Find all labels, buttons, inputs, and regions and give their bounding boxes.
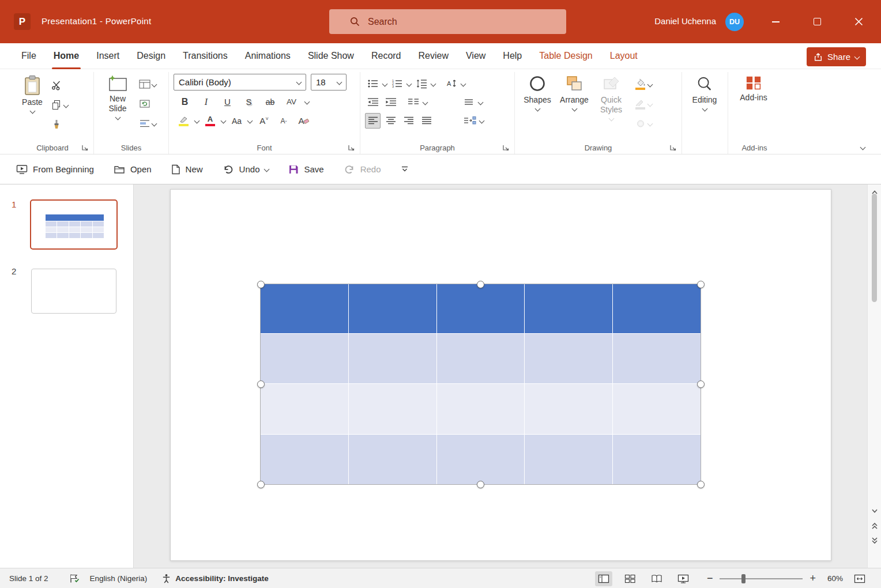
align-left-button[interactable] bbox=[365, 113, 381, 129]
table-body-cell[interactable] bbox=[349, 334, 436, 383]
arrange-button[interactable]: Arrange bbox=[555, 72, 593, 141]
table-body-cell[interactable] bbox=[525, 334, 612, 383]
chevron-down-icon[interactable] bbox=[194, 118, 200, 124]
shape-outline-button[interactable] bbox=[632, 96, 648, 112]
chevron-down-icon[interactable] bbox=[63, 102, 69, 108]
slide-sorter-view-button[interactable] bbox=[622, 571, 639, 586]
decrease-indent-button[interactable] bbox=[365, 95, 381, 110]
selection-handle[interactable] bbox=[257, 481, 265, 488]
table-body-cell[interactable] bbox=[261, 334, 348, 383]
new-button[interactable]: New bbox=[171, 164, 203, 175]
align-text-button[interactable] bbox=[461, 95, 476, 110]
chevron-down-icon[interactable] bbox=[647, 101, 653, 107]
tab-transitions[interactable]: Transitions bbox=[174, 43, 236, 69]
italic-button[interactable]: I bbox=[198, 94, 214, 110]
slide-table[interactable] bbox=[261, 284, 701, 484]
chevron-down-icon[interactable] bbox=[406, 81, 412, 86]
align-center-button[interactable] bbox=[383, 113, 398, 129]
zoom-in-button[interactable]: + bbox=[810, 572, 816, 585]
table-body-cell[interactable] bbox=[613, 384, 701, 434]
table-body-cell[interactable] bbox=[349, 435, 436, 484]
convert-to-smartart-button[interactable] bbox=[462, 113, 477, 129]
chevron-down-icon[interactable] bbox=[382, 81, 388, 86]
customize-qat-button[interactable] bbox=[401, 166, 409, 172]
language-status[interactable]: English (Nigeria) bbox=[90, 574, 148, 583]
reset-slide-button[interactable] bbox=[137, 96, 152, 112]
shape-fill-button[interactable] bbox=[632, 77, 648, 92]
zoom-slider-thumb[interactable] bbox=[741, 574, 746, 583]
character-spacing-button[interactable]: AV bbox=[284, 94, 299, 110]
align-right-button[interactable] bbox=[401, 113, 416, 129]
zoom-level[interactable]: 60% bbox=[827, 574, 843, 583]
zoom-out-button[interactable]: − bbox=[707, 572, 713, 585]
selection-handle[interactable] bbox=[477, 281, 484, 288]
vertical-scrollbar[interactable] bbox=[867, 184, 881, 568]
spell-check-icon[interactable] bbox=[69, 574, 80, 583]
shapes-button[interactable]: Shapes bbox=[519, 72, 555, 141]
chevron-down-icon[interactable] bbox=[221, 118, 227, 124]
selection-handle[interactable] bbox=[477, 481, 484, 488]
tab-view[interactable]: View bbox=[457, 43, 494, 69]
table-header-cell[interactable] bbox=[261, 284, 348, 333]
font-color-button[interactable]: A bbox=[202, 113, 218, 129]
clear-formatting-button[interactable]: A bbox=[295, 113, 313, 129]
copy-button[interactable] bbox=[48, 97, 64, 113]
table-body-cell[interactable] bbox=[261, 384, 348, 434]
underline-button[interactable]: U bbox=[220, 94, 235, 110]
tab-animations[interactable]: Animations bbox=[236, 43, 299, 69]
font-name-combo[interactable]: Calibri (Body) bbox=[174, 74, 306, 91]
tab-review[interactable]: Review bbox=[410, 43, 457, 69]
cut-button[interactable] bbox=[48, 78, 64, 93]
tab-design[interactable]: Design bbox=[128, 43, 174, 69]
fit-to-window-button[interactable] bbox=[851, 571, 868, 586]
chevron-down-icon[interactable] bbox=[479, 118, 485, 123]
table-header-cell[interactable] bbox=[349, 284, 436, 333]
zoom-slider[interactable] bbox=[720, 578, 803, 579]
search-box[interactable]: Search bbox=[329, 9, 566, 34]
chevron-down-icon[interactable] bbox=[647, 120, 653, 126]
chevron-down-icon[interactable] bbox=[431, 81, 436, 86]
editing-button[interactable]: Editing bbox=[687, 72, 722, 141]
chevron-down-icon[interactable] bbox=[423, 99, 428, 105]
line-spacing-button[interactable] bbox=[413, 76, 429, 92]
previous-slide-icon[interactable] bbox=[870, 521, 879, 530]
tab-table-design[interactable]: Table Design bbox=[530, 43, 601, 69]
selection-handle[interactable] bbox=[697, 481, 705, 488]
grow-font-button[interactable]: A˅ bbox=[255, 113, 273, 129]
highlight-color-button[interactable] bbox=[176, 113, 191, 129]
text-shadow-button[interactable]: S bbox=[241, 94, 257, 110]
bullets-button[interactable] bbox=[365, 76, 381, 92]
shrink-font-button[interactable]: Aˇ bbox=[276, 113, 291, 129]
account-name[interactable]: Daniel Uchenna bbox=[654, 16, 716, 26]
chevron-down-icon[interactable] bbox=[461, 81, 466, 86]
accessibility-status[interactable]: Accessibility: Investigate bbox=[175, 574, 268, 583]
chevron-down-icon[interactable] bbox=[152, 120, 157, 126]
tab-layout[interactable]: Layout bbox=[601, 43, 646, 69]
table-header-cell[interactable] bbox=[613, 284, 701, 333]
increase-indent-button[interactable] bbox=[383, 95, 398, 110]
tab-record[interactable]: Record bbox=[363, 43, 410, 69]
selection-handle[interactable] bbox=[257, 281, 265, 288]
font-size-combo[interactable]: 18 bbox=[311, 74, 347, 91]
strikethrough-button[interactable]: ab bbox=[262, 94, 278, 110]
paste-button[interactable]: Paste bbox=[16, 72, 48, 141]
table-header-cell[interactable] bbox=[525, 284, 612, 333]
save-button[interactable]: Save bbox=[288, 164, 323, 175]
chevron-down-icon[interactable] bbox=[304, 99, 310, 105]
paragraph-dialog-launcher[interactable] bbox=[502, 144, 510, 152]
quick-styles-button[interactable]: Quick Styles bbox=[593, 72, 629, 141]
table-body-cell[interactable] bbox=[437, 435, 525, 484]
tab-insert[interactable]: Insert bbox=[88, 43, 128, 69]
close-button[interactable] bbox=[845, 0, 872, 43]
slide-2-thumbnail[interactable] bbox=[31, 269, 116, 314]
selection-handle[interactable] bbox=[697, 281, 705, 288]
redo-button[interactable]: Redo bbox=[344, 164, 381, 175]
scroll-down-icon[interactable] bbox=[870, 506, 879, 515]
tab-file[interactable]: File bbox=[13, 43, 45, 69]
drawing-dialog-launcher[interactable] bbox=[669, 144, 677, 152]
numbering-button[interactable]: 123 bbox=[389, 76, 405, 92]
undo-button[interactable]: Undo bbox=[223, 164, 269, 175]
slide-indicator[interactable]: Slide 1 of 2 bbox=[9, 574, 48, 583]
slide-show-view-button[interactable] bbox=[675, 571, 692, 586]
columns-button[interactable] bbox=[405, 95, 421, 110]
